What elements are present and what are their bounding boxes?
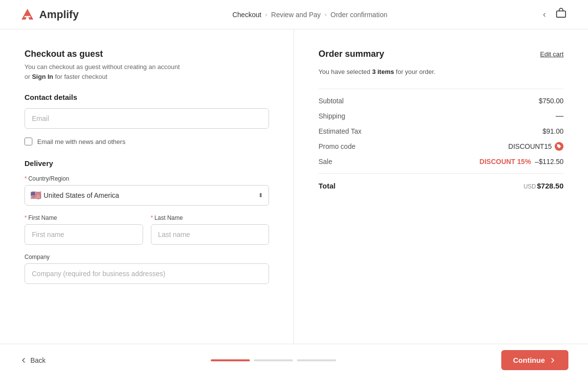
progress-step-1 — [211, 359, 250, 361]
promo-row: Promo code DISCOUNT15 — [318, 142, 564, 151]
shipping-row: Shipping — — [318, 112, 564, 120]
selected-count: 3 items — [372, 68, 394, 75]
total-label: Total — [318, 182, 336, 190]
email-checkbox-row: Email me with news and others — [24, 138, 269, 145]
progress-steps — [211, 359, 336, 361]
continue-arrow-icon — [549, 356, 557, 364]
main-container: Checkout as guest You can checkout as gu… — [0, 29, 588, 376]
country-select[interactable]: United States of America — [24, 185, 269, 206]
breadcrumb-review[interactable]: Review and Pay — [271, 11, 320, 19]
email-checkbox-label: Email me with news and others — [37, 138, 125, 145]
back-button[interactable]: Back — [20, 356, 46, 364]
sale-label: Sale — [318, 158, 332, 165]
order-divider-2 — [318, 173, 564, 174]
sale-discount-amt: –$112.50 — [535, 158, 564, 165]
breadcrumb-sep-1: › — [265, 11, 267, 18]
logo-icon — [20, 7, 35, 23]
logo-text: Amplify — [39, 8, 79, 21]
sign-in-link[interactable]: Sign In — [32, 73, 53, 80]
breadcrumb: Checkout › Review and Pay › Order confir… — [232, 11, 387, 19]
checkout-guest-section: Checkout as guest You can checkout as gu… — [24, 49, 269, 81]
progress-step-2 — [254, 359, 293, 361]
sale-discount-pct: DISCOUNT 15% — [480, 158, 531, 165]
email-checkbox[interactable] — [24, 138, 32, 145]
contact-details-section: Contact details — [24, 93, 269, 129]
back-arrow-icon — [20, 356, 27, 364]
first-name-label-text: First Name — [28, 214, 57, 221]
selected-prefix: You have selected — [318, 68, 372, 75]
guest-desc-prefix: or — [24, 73, 32, 80]
total-amount: $728.50 — [537, 182, 564, 190]
first-name-field-group: *First Name — [24, 214, 143, 245]
subtotal-row: Subtotal $750.00 — [318, 97, 564, 105]
breadcrumb-sep-2: › — [325, 11, 327, 18]
order-summary-panel: Order summary Edit cart You have selecte… — [294, 29, 588, 376]
company-field-group: Company — [24, 254, 269, 284]
total-value: USD$728.50 — [523, 182, 564, 190]
contact-details-title: Contact details — [24, 93, 269, 101]
sale-value-group: DISCOUNT 15% –$112.50 — [480, 158, 564, 165]
last-name-label: *Last Name — [151, 214, 270, 221]
guest-desc-suffix: for faster checkout — [53, 73, 108, 80]
country-field-group: *Country/Region 🇺🇸 United States of Amer… — [24, 175, 269, 206]
last-name-input[interactable] — [151, 224, 270, 245]
country-required-star: * — [24, 175, 27, 182]
first-name-input[interactable] — [24, 224, 143, 245]
cart-icon-button[interactable] — [554, 6, 568, 23]
last-name-required-star: * — [151, 214, 153, 221]
logo[interactable]: Amplify — [20, 7, 79, 23]
total-row: Total USD$728.50 — [318, 182, 564, 190]
total-currency: USD — [523, 183, 536, 190]
subtotal-label: Subtotal — [318, 97, 343, 105]
guest-desc-text: You can checkout as guest without creati… — [24, 63, 180, 70]
right-bottom-spacer — [318, 190, 564, 229]
breadcrumb-checkout[interactable]: Checkout — [232, 11, 261, 19]
country-label-text: Country/Region — [28, 175, 69, 182]
tax-value: $91.00 — [542, 127, 564, 135]
checkout-guest-desc: You can checkout as guest without creati… — [24, 62, 269, 81]
shipping-value: — — [556, 112, 564, 120]
selected-suffix: for your order. — [394, 68, 436, 75]
country-select-wrapper: 🇺🇸 United States of America ⬍ — [24, 185, 269, 206]
cart-icon — [556, 8, 566, 19]
company-input[interactable] — [24, 263, 269, 284]
continue-label: Continue — [513, 356, 545, 364]
email-input[interactable] — [24, 108, 269, 129]
tax-row: Estimated Tax $91.00 — [318, 127, 564, 135]
first-name-required-star: * — [24, 214, 27, 221]
promo-code-text: DISCOUNT15 — [508, 142, 552, 150]
last-name-label-text: Last Name — [154, 214, 183, 221]
last-name-field-group: *Last Name — [151, 214, 270, 245]
delivery-title: Delivery — [24, 159, 269, 167]
checkout-guest-title: Checkout as guest — [24, 49, 269, 59]
checkout-form-panel: Checkout as guest You can checkout as gu… — [0, 29, 294, 376]
breadcrumb-confirmation[interactable]: Order confirmation — [331, 11, 388, 19]
promo-tag-icon — [555, 142, 564, 151]
order-summary-header: Order summary Edit cart — [318, 49, 564, 59]
order-selected-text: You have selected 3 items for your order… — [318, 67, 564, 77]
first-name-label: *First Name — [24, 214, 143, 221]
back-icon-button[interactable]: ‹ — [541, 7, 548, 22]
company-label: Company — [24, 254, 269, 260]
delivery-section: Delivery *Country/Region 🇺🇸 United State… — [24, 159, 269, 284]
sale-row: Sale DISCOUNT 15% –$112.50 — [318, 158, 564, 165]
svg-rect-0 — [557, 11, 565, 17]
bottom-spacer — [24, 293, 269, 332]
promo-value-group: DISCOUNT15 — [508, 142, 564, 151]
order-divider-1 — [318, 89, 564, 89]
promo-label: Promo code — [318, 142, 355, 150]
back-label: Back — [30, 356, 46, 364]
subtotal-value: $750.00 — [539, 97, 564, 105]
name-fields-row: *First Name *Last Name — [24, 214, 269, 254]
order-summary-title: Order summary — [318, 49, 384, 59]
country-label: *Country/Region — [24, 175, 269, 182]
edit-cart-link[interactable]: Edit cart — [540, 50, 564, 58]
shipping-label: Shipping — [318, 112, 345, 120]
progress-step-3 — [297, 359, 336, 361]
footer-bar: Back Continue — [0, 344, 588, 376]
tax-label: Estimated Tax — [318, 127, 362, 135]
continue-button[interactable]: Continue — [501, 350, 568, 370]
header: Amplify Checkout › Review and Pay › Orde… — [0, 0, 588, 29]
tag-icon — [557, 144, 562, 149]
header-actions: ‹ — [541, 6, 568, 23]
